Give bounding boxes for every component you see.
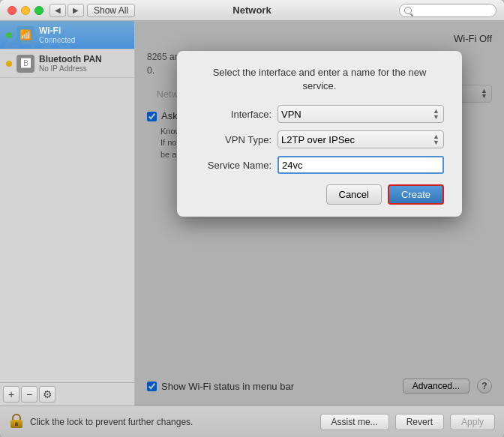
wifi-item-text: Wi-Fi Connected (39, 25, 128, 44)
bottom-bar: Click the lock to prevent further change… (0, 406, 504, 437)
vpn-type-select[interactable]: L2TP over IPSec PPTP IKEv2 Cisco IPSec (278, 130, 444, 148)
sidebar-item-wifi[interactable]: 📶 Wi-Fi Connected 24vc (0, 21, 134, 49)
interface-select-wrapper: VPN Wi-Fi Ethernet ▲▼ (278, 105, 444, 123)
window-title: Network (232, 4, 271, 16)
bluetooth-item-text: Bluetooth PAN No IP Address (39, 54, 128, 73)
sidebar-list: 📶 Wi-Fi Connected 24vc 🅱 (0, 21, 134, 382)
interface-row: Interface: VPN Wi-Fi Ethernet ▲▼ (195, 105, 444, 123)
interface-select[interactable]: VPN Wi-Fi Ethernet (278, 105, 444, 123)
add-service-button[interactable]: + (3, 386, 20, 403)
modal-title: Select the interface and enter a name fo… (195, 66, 444, 93)
bluetooth-item-name: Bluetooth PAN (39, 54, 128, 64)
assist-button[interactable]: Assist me... (320, 414, 389, 430)
network-window: ◀ ▶ Show All Network 📶 (0, 0, 504, 437)
bluetooth-item-status: No IP Address (39, 64, 128, 73)
search-icon (404, 7, 412, 14)
vpn-type-select-wrapper: L2TP over IPSec PPTP IKEv2 Cisco IPSec ▲… (278, 130, 444, 148)
bluetooth-status-dot (6, 61, 12, 67)
lock-keyhole (15, 422, 18, 426)
sidebar-item-bluetooth[interactable]: 🅱 Bluetooth PAN No IP Address (0, 49, 134, 78)
sidebar-bottom: + − ⚙ (0, 382, 134, 406)
back-button[interactable]: ◀ (50, 4, 66, 17)
wifi-status-dot (6, 32, 12, 38)
bluetooth-icon: 🅱 (16, 55, 34, 73)
create-button[interactable]: Create (388, 184, 444, 205)
show-all-button[interactable]: Show All (87, 4, 135, 17)
modal-buttons: Cancel Create (195, 184, 444, 205)
vpn-type-label: VPN Type: (195, 134, 278, 145)
gear-button[interactable]: ⚙ (39, 386, 56, 403)
traffic-lights (8, 6, 44, 15)
service-name-row: Service Name: (195, 156, 444, 174)
right-pane: Wi-Fi Off 8265 and 0. Network Name: ▲▼ (135, 21, 504, 406)
main-content: 📶 Wi-Fi Connected 24vc 🅱 (0, 21, 504, 406)
lock-text: Click the lock to prevent further change… (30, 417, 314, 427)
service-name-input[interactable] (278, 156, 444, 174)
nav-buttons: ◀ ▶ (50, 4, 84, 17)
forward-button[interactable]: ▶ (68, 4, 84, 17)
cancel-button[interactable]: Cancel (326, 184, 382, 205)
wifi-icon: 📶 (16, 26, 34, 44)
modal-overlay: Select the interface and enter a name fo… (135, 21, 504, 406)
sidebar: 📶 Wi-Fi Connected 24vc 🅱 (0, 21, 135, 406)
wifi-item-name: Wi-Fi (39, 25, 128, 36)
wifi-item-status: Connected (39, 36, 128, 44)
apply-button[interactable]: Apply (450, 414, 495, 430)
interface-label: Interface: (195, 109, 278, 120)
revert-button[interactable]: Revert (395, 414, 444, 430)
remove-service-button[interactable]: − (21, 386, 38, 403)
service-name-label: Service Name: (195, 160, 278, 171)
minimize-button[interactable] (21, 6, 30, 15)
new-service-modal: Select the interface and enter a name fo… (177, 51, 462, 217)
lock-body (10, 420, 22, 428)
network-pane: 📶 Wi-Fi Connected 24vc 🅱 (0, 21, 504, 406)
lock-shackle (12, 414, 21, 420)
titlebar: ◀ ▶ Show All Network (0, 0, 504, 21)
close-button[interactable] (8, 6, 16, 15)
lock-icon[interactable] (9, 414, 24, 430)
search-box[interactable] (399, 4, 496, 17)
maximize-button[interactable] (34, 6, 44, 15)
vpn-type-row: VPN Type: L2TP over IPSec PPTP IKEv2 Cis… (195, 130, 444, 148)
